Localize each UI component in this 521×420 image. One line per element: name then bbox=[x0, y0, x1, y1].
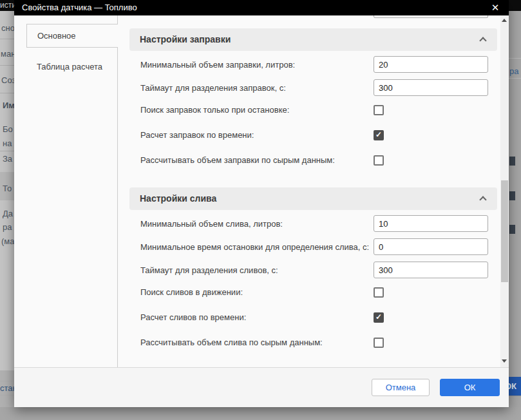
background-titlebar-fragment-right bbox=[509, 0, 521, 11]
background-divider bbox=[0, 93, 14, 93]
field-label: Таймаут для разделения сливов, с: bbox=[140, 262, 371, 276]
background-title-text: исти bbox=[0, 1, 14, 10]
field-row: Таймаут для разделения заправок, с: bbox=[140, 79, 488, 96]
field-row: Минимальный объем заправки, литров: bbox=[140, 56, 488, 73]
background-ok-button-fragment: ОК bbox=[509, 377, 521, 396]
field-label: Рассчитывать объем слива по сырым данным… bbox=[140, 338, 371, 348]
field-label: Минимальный объем слива, литров: bbox=[140, 215, 371, 229]
background-text-fragment: Им bbox=[3, 100, 15, 110]
field-row: Минимальное время остановки для определе… bbox=[140, 238, 488, 255]
field-label: Минимальный объем заправки, литров: bbox=[140, 56, 371, 70]
scrollbar-thumb[interactable] bbox=[501, 180, 508, 282]
settings-scroll-area: Настройки заправки Минимальный объем зап… bbox=[118, 15, 500, 367]
background-ok-label: ОК bbox=[509, 381, 516, 391]
field-row: Таймаут для разделения сливов, с: bbox=[140, 262, 488, 278]
background-checkbox-fragment bbox=[509, 191, 515, 200]
field-row: Поиск заправок только при остановке: bbox=[140, 105, 488, 118]
field-label: Расчет заправок по времени: bbox=[140, 130, 371, 140]
background-divider bbox=[509, 58, 521, 59]
section-header-refuel[interactable]: Настройки заправки bbox=[129, 28, 497, 51]
background-divider bbox=[0, 151, 14, 151]
background-divider bbox=[509, 396, 521, 396]
cancel-button[interactable]: Отмена bbox=[372, 379, 430, 396]
section-title: Настройки слива bbox=[129, 187, 497, 210]
background-divider bbox=[0, 381, 14, 381]
screen: исти снов ман Созд Им Бо на За То Да ра … bbox=[0, 0, 521, 420]
min-stop-time-drain-input[interactable] bbox=[374, 238, 488, 255]
clipped-input-fragment bbox=[374, 15, 488, 18]
section-title: Настройки заправки bbox=[129, 28, 497, 51]
field-label: Таймаут для разделения заправок, с: bbox=[140, 79, 371, 93]
scroll-down-arrow-icon[interactable] bbox=[502, 359, 507, 363]
scrollbar[interactable] bbox=[500, 15, 509, 367]
field-row: Минимальный объем слива, литров: bbox=[140, 215, 488, 232]
field-row: Рассчитывать объем слива по сырым данным… bbox=[140, 338, 488, 350]
background-text-fragment: ман bbox=[1, 49, 15, 59]
field-label: Рассчитывать объем заправки по сырым дан… bbox=[140, 155, 371, 166]
dialog-body: Основное Таблица расчета Настройки запра… bbox=[14, 15, 509, 367]
min-drain-volume-input[interactable] bbox=[374, 215, 488, 232]
background-divider bbox=[0, 395, 14, 396]
field-row: Поиск сливов в движении: bbox=[140, 287, 488, 300]
background-text-fragment: на bbox=[3, 138, 12, 148]
field-row: Рассчитывать объем заправки по сырым дан… bbox=[140, 155, 488, 168]
ok-button[interactable]: ОК bbox=[440, 379, 500, 396]
refuel-only-on-stop-checkbox[interactable] bbox=[374, 105, 384, 115]
drain-in-motion-checkbox[interactable] bbox=[374, 287, 384, 298]
field-label: Поиск сливов в движении: bbox=[140, 287, 371, 298]
background-checkbox-fragment bbox=[509, 157, 515, 166]
drain-split-timeout-input[interactable] bbox=[374, 262, 488, 278]
field-row: Расчет заправок по времени: bbox=[140, 130, 488, 143]
background-text-fragment: Бо bbox=[3, 124, 13, 134]
background-divider bbox=[0, 39, 14, 39]
background-text-fragment: (ма bbox=[1, 236, 15, 246]
background-checkbox-fragment bbox=[509, 225, 515, 234]
field-label: Расчет сливов по времени: bbox=[140, 312, 371, 323]
sensor-properties-dialog: Свойства датчика — Топливо ✕ Основное Та… bbox=[14, 0, 509, 407]
refuel-raw-data-volume-checkbox[interactable] bbox=[374, 155, 384, 166]
drain-raw-data-volume-checkbox[interactable] bbox=[374, 338, 384, 348]
background-text-fragment: Да bbox=[3, 209, 13, 218]
min-refuel-volume-input[interactable] bbox=[374, 56, 488, 73]
field-label: Минимальное время остановки для определе… bbox=[140, 238, 371, 253]
refuel-split-timeout-input[interactable] bbox=[374, 79, 488, 96]
dialog-footer: Отмена ОК bbox=[14, 367, 509, 407]
background-text-fragment: ра bbox=[3, 222, 12, 232]
tab-main[interactable]: Основное bbox=[26, 24, 118, 48]
section-header-drain[interactable]: Настройки слива bbox=[129, 187, 497, 210]
refuel-by-time-checkbox[interactable] bbox=[374, 130, 384, 140]
background-titlebar-fragment: исти bbox=[0, 0, 14, 11]
field-label: Поиск заправок только при остановке: bbox=[140, 105, 371, 115]
field-row: Расчет сливов по времени: bbox=[140, 312, 488, 325]
tab-calculation-table[interactable]: Таблица расчета bbox=[14, 55, 118, 79]
dialog-titlebar: Свойства датчика — Топливо ✕ bbox=[14, 0, 509, 15]
background-text-fragment: То bbox=[3, 184, 12, 193]
background-text-fragment: За bbox=[3, 154, 12, 164]
background-bottom-strip bbox=[0, 407, 521, 420]
close-icon[interactable]: ✕ bbox=[489, 0, 502, 15]
scroll-up-arrow-icon[interactable] bbox=[502, 19, 507, 22]
background-text-fragment: ра bbox=[509, 66, 518, 76]
background-divider bbox=[509, 78, 521, 79]
background-divider bbox=[0, 65, 14, 66]
dialog-title: Свойства датчика — Топливо bbox=[22, 3, 137, 12]
tabs-sidebar: Основное Таблица расчета bbox=[14, 15, 118, 367]
drain-by-time-checkbox[interactable] bbox=[374, 312, 384, 323]
